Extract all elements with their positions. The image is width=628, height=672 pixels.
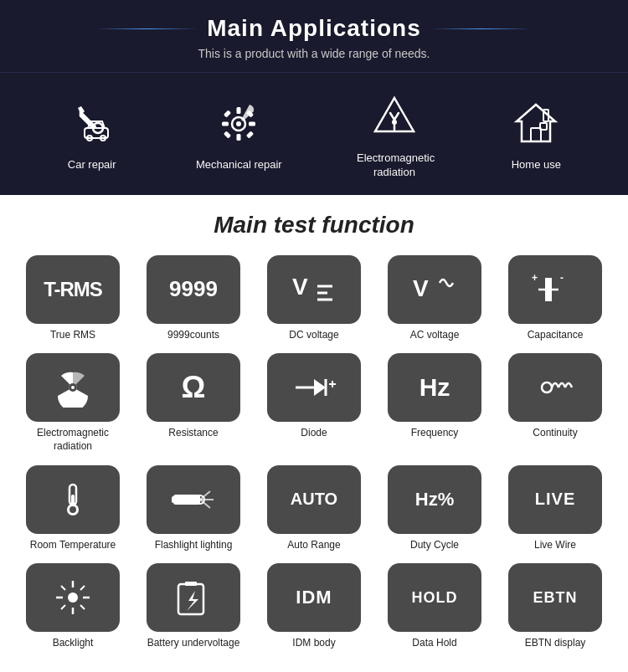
- func-icon-live-wire: LIVE: [535, 490, 575, 509]
- em-radiation-icon: [365, 88, 424, 146]
- func-box-ac-voltage: V: [388, 255, 481, 324]
- app-item-mechanical-repair: Mechanical repair: [196, 95, 282, 172]
- func-item-auto-range: AUTO Auto Range: [258, 465, 370, 552]
- func-item-ebtn: EBTN EBTN display: [499, 563, 611, 650]
- func-label-resistance: Resistance: [168, 427, 218, 440]
- svg-point-43: [69, 506, 76, 513]
- svg-rect-7: [237, 134, 241, 141]
- func-box-resistance: Ω: [147, 353, 240, 422]
- header-subtitle: This is a product with a wide range of n…: [17, 47, 611, 60]
- func-item-frequency: Hz Frequency: [378, 353, 491, 453]
- svg-rect-57: [185, 582, 197, 586]
- func-item-live-wire: LIVE Live Wire: [499, 465, 611, 552]
- func-item-resistance: Ω Resistance: [137, 353, 250, 453]
- func-item-duty-cycle: Hz% Duty Cycle: [378, 465, 491, 552]
- func-box-dc-voltage: V: [267, 255, 361, 324]
- svg-marker-35: [314, 379, 326, 396]
- svg-rect-10: [224, 110, 231, 118]
- func-box-idm: IDM: [267, 563, 361, 632]
- header-section: Main Applications This is a product with…: [0, 0, 628, 72]
- svg-line-53: [80, 605, 85, 609]
- svg-text:V: V: [413, 275, 429, 301]
- func-icon-duty-cycle: Hz%: [415, 489, 454, 510]
- dc-voltage-svg: V: [291, 269, 337, 310]
- svg-point-39: [542, 382, 552, 392]
- functions-grid: T-RMS True RMS 9999 9999counts V: [17, 255, 611, 650]
- func-box-room-temp: [26, 465, 120, 534]
- func-label-frequency: Frequency: [411, 427, 459, 440]
- func-icon-resistance: Ω: [182, 370, 206, 405]
- func-icon-9999: 9999: [169, 276, 218, 302]
- func-box-capacitance: + -: [508, 255, 602, 324]
- func-box-true-rms: T-RMS: [26, 255, 120, 324]
- func-icon-idm: IDM: [296, 587, 332, 608]
- func-label-ebtn: EBTN display: [525, 637, 586, 650]
- home-use-icon: [507, 95, 565, 153]
- func-box-diode: [267, 353, 361, 422]
- app-label-car-repair: Car repair: [68, 158, 116, 172]
- svg-point-5: [236, 121, 241, 126]
- diode-svg: [291, 367, 337, 408]
- svg-rect-17: [531, 128, 541, 141]
- func-label-live-wire: Live Wire: [534, 539, 576, 552]
- ac-voltage-svg: V: [411, 269, 458, 310]
- backlight-svg: [49, 577, 96, 618]
- func-box-backlight: [26, 563, 120, 632]
- func-box-live-wire: LIVE: [508, 465, 602, 534]
- app-item-em-radiation: Electromagnetic radiation: [357, 88, 432, 180]
- func-item-backlight: Backlight: [17, 563, 129, 650]
- func-icon-true-rms: T-RMS: [44, 278, 102, 301]
- svg-rect-12: [224, 131, 231, 139]
- capacitance-svg: + -: [532, 269, 579, 310]
- func-icon-frequency: Hz: [420, 373, 450, 402]
- app-item-car-repair: Car repair: [63, 95, 121, 172]
- header-line-right: [431, 28, 532, 29]
- func-label-true-rms: True RMS: [50, 329, 95, 342]
- svg-line-55: [61, 605, 65, 609]
- func-label-capacitance: Capacitance: [528, 329, 584, 342]
- func-item-dc-voltage: V DC voltage: [258, 255, 370, 342]
- func-item-true-rms: T-RMS True RMS: [17, 255, 129, 342]
- car-repair-icon: [63, 95, 121, 153]
- svg-rect-19: [543, 110, 548, 121]
- func-box-continuity: [508, 353, 602, 422]
- header-title-row: Main Applications: [17, 15, 611, 42]
- home-use-svg: [512, 100, 560, 148]
- func-box-ebtn: EBTN: [508, 563, 602, 632]
- func-box-duty-cycle: Hz%: [388, 465, 481, 534]
- func-item-battery: Battery undervoltage: [137, 563, 250, 650]
- svg-line-54: [80, 586, 85, 590]
- func-box-battery: [147, 563, 240, 632]
- func-item-ac-voltage: V AC voltage: [378, 255, 491, 342]
- app-label-em-radiation: Electromagnetic radiation: [357, 151, 432, 180]
- func-label-em-rad: Electromagnetic radiation: [17, 427, 129, 453]
- flashlight-svg: [170, 480, 217, 520]
- em-radiation-svg: [370, 93, 419, 141]
- func-label-ac-voltage: AC voltage: [410, 329, 460, 342]
- svg-rect-45: [172, 496, 178, 503]
- svg-text:V: V: [292, 274, 308, 300]
- func-label-duty-cycle: Duty Cycle: [410, 539, 459, 552]
- func-box-auto-range: AUTO: [267, 465, 361, 534]
- func-item-diode: Diode: [258, 353, 370, 453]
- applications-row: Car repair: [0, 72, 628, 195]
- func-item-data-hold: HOLD Data Hold: [378, 563, 491, 650]
- func-item-continuity: Continuity: [499, 353, 611, 453]
- func-label-dc-voltage: DC voltage: [289, 329, 338, 342]
- func-box-9999: 9999: [147, 255, 240, 324]
- func-box-flashlight: [147, 465, 240, 534]
- svg-line-52: [61, 586, 65, 590]
- svg-marker-16: [517, 105, 555, 141]
- func-label-battery: Battery undervoltage: [147, 637, 240, 650]
- svg-point-47: [68, 592, 78, 603]
- svg-text:-: -: [560, 272, 564, 284]
- func-item-idm: IDM IDM body: [258, 563, 370, 650]
- func-icon-auto-range: AUTO: [291, 490, 337, 509]
- header-title: Main Applications: [207, 15, 421, 42]
- app-item-home-use: Home use: [507, 95, 565, 172]
- test-section: Main test function T-RMS True RMS 9999 9…: [0, 195, 628, 672]
- func-icon-data-hold: HOLD: [412, 589, 458, 607]
- svg-rect-13: [246, 131, 254, 139]
- func-item-capacitance: + - Capacitance: [499, 255, 611, 342]
- func-label-continuity: Continuity: [533, 427, 577, 440]
